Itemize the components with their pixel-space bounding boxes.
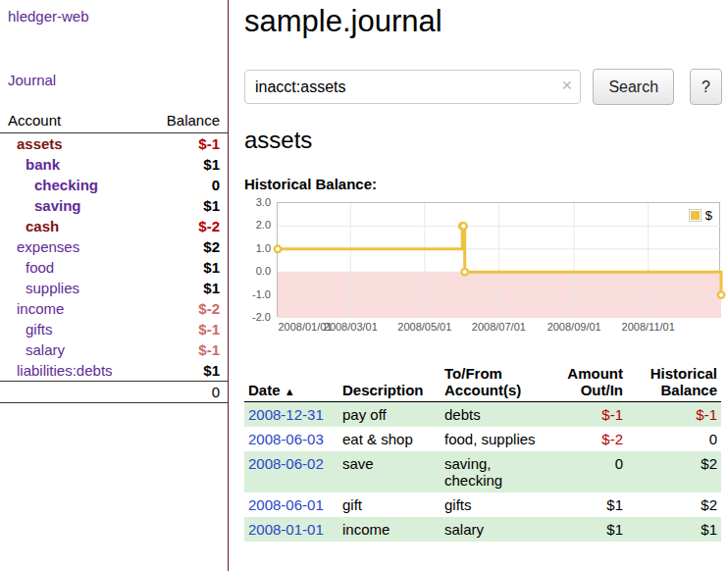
account-row: expenses $2: [0, 236, 228, 257]
transaction-accounts: gifts: [441, 493, 550, 517]
account-row: supplies $1: [0, 278, 228, 298]
account-balance: $1: [144, 154, 228, 175]
transaction-date-link[interactable]: 2008-12-31: [248, 406, 324, 423]
register-col-date[interactable]: Date ▲: [244, 363, 338, 402]
account-link[interactable]: bank: [0, 154, 144, 175]
transaction-date-link[interactable]: 2008-01-01: [248, 521, 324, 538]
accounts-total-spacer: [0, 382, 144, 403]
transaction-balance: 0: [627, 427, 721, 451]
transaction-description: income: [338, 517, 441, 542]
account-link[interactable]: checking: [0, 175, 144, 195]
account-row: bank $1: [0, 154, 228, 175]
sidebar: hledger-web Journal Account Balance asse…: [0, 0, 229, 571]
account-link[interactable]: supplies: [0, 278, 144, 298]
account-row: salary $-1: [0, 339, 228, 360]
transaction-amount: $-2: [550, 427, 627, 451]
register-col-accounts: To/From Account(s): [441, 363, 550, 402]
transaction-description: save: [338, 451, 441, 493]
y-tick-label: 1.0: [244, 242, 271, 254]
account-row: assets $-1: [0, 133, 228, 155]
search-box: ×: [244, 70, 581, 104]
account-link[interactable]: assets: [0, 133, 144, 155]
account-balance: $1: [144, 257, 228, 278]
account-row: gifts $-1: [0, 319, 228, 339]
account-row: checking 0: [0, 175, 228, 195]
account-link[interactable]: salary: [0, 339, 144, 360]
transaction-balance: $2: [627, 451, 721, 493]
transaction-date-link[interactable]: 2008-06-01: [248, 496, 324, 513]
y-axis-labels: 3.02.01.00.0-1.0-2.0: [244, 202, 271, 317]
register-col-description: Description: [338, 363, 441, 402]
x-tick-label: 2008/11/01: [617, 321, 680, 333]
plot-area[interactable]: $: [277, 202, 720, 317]
accounts-col-balance: Balance: [144, 110, 228, 133]
account-link[interactable]: liabilities:debts: [0, 360, 144, 382]
account-balance: $-1: [144, 133, 228, 155]
transaction-date-link[interactable]: 2008-06-03: [248, 431, 324, 447]
register-header-row: Date ▲ Description To/From Account(s) Am…: [244, 363, 721, 402]
y-tick-label: -2.0: [244, 311, 271, 323]
account-link[interactable]: income: [0, 298, 144, 319]
accounts-table: Account Balance assets $-1 bank $1 check…: [0, 110, 228, 403]
transaction-row: 2008-06-02 save saving, checking 0 $2: [244, 451, 721, 493]
transaction-date-cell: 2008-06-02: [244, 451, 338, 493]
account-link[interactable]: cash: [0, 216, 144, 236]
transaction-description: eat & shop: [338, 427, 441, 451]
transaction-description: gift: [338, 493, 441, 517]
account-balance: 0: [144, 175, 228, 195]
x-tick-label: 2008/03/01: [319, 321, 382, 333]
x-tick-label: 2008/05/01: [393, 321, 456, 333]
transaction-row: 2008-06-03 eat & shop food, supplies $-2…: [244, 427, 721, 451]
historical-balance-chart[interactable]: 3.02.01.00.0-1.0-2.0 $ 2008/01/012008/03…: [244, 202, 722, 339]
series-swatch-icon: [689, 209, 702, 222]
account-balance: $1: [144, 360, 228, 382]
transaction-balance: $2: [627, 493, 721, 517]
accounts-header-row: Account Balance: [0, 110, 228, 133]
transaction-accounts: food, supplies: [441, 427, 550, 451]
account-link[interactable]: food: [0, 257, 144, 278]
transaction-date-link[interactable]: 2008-06-02: [248, 455, 324, 472]
transaction-amount: $-1: [550, 402, 627, 428]
app-title-link[interactable]: hledger-web: [0, 8, 228, 25]
accounts-total-row: 0: [0, 382, 228, 403]
register-col-amount: Amount Out/In: [550, 363, 627, 402]
legend-label: $: [705, 208, 712, 223]
y-tick-label: 3.0: [244, 196, 271, 208]
account-balance: $-2: [144, 298, 228, 319]
account-balance: $2: [144, 236, 228, 257]
transaction-amount: $1: [550, 517, 627, 542]
transaction-amount: 0: [550, 451, 627, 493]
search-button[interactable]: Search: [593, 69, 674, 105]
journal-link[interactable]: Journal: [0, 72, 228, 88]
transaction-row: 2008-01-01 income salary $1 $1: [244, 517, 721, 542]
account-balance: $1: [144, 278, 228, 298]
account-link[interactable]: gifts: [0, 319, 144, 339]
clear-search-icon[interactable]: ×: [561, 75, 572, 96]
account-row: liabilities:debts $1: [0, 360, 228, 382]
search-row: × Search ?: [244, 69, 722, 105]
x-tick-label: 2008/09/01: [543, 321, 605, 333]
account-row: saving $1: [0, 195, 228, 216]
x-tick-label: 2008/07/01: [467, 321, 530, 333]
transaction-date-cell: 2008-12-31: [244, 402, 338, 428]
accounts-col-account: Account: [0, 110, 144, 133]
page-title: sample.journal: [244, 4, 722, 39]
main-content: sample.journal × Search ? assets Histori…: [229, 0, 728, 571]
transaction-date-cell: 2008-01-01: [244, 517, 338, 542]
search-input[interactable]: [244, 70, 581, 104]
sort-ascending-icon: ▲: [285, 386, 295, 397]
help-button[interactable]: ?: [690, 69, 722, 105]
account-balance: $-1: [144, 319, 228, 339]
account-heading: assets: [244, 127, 722, 154]
account-row: food $1: [0, 257, 228, 278]
account-link[interactable]: saving: [0, 195, 144, 216]
x-axis-labels: 2008/01/012008/03/012008/05/012008/07/01…: [278, 321, 721, 336]
chart-title: Historical Balance:: [244, 176, 722, 192]
transaction-date-cell: 2008-06-01: [244, 493, 338, 517]
transaction-amount: $1: [550, 493, 627, 517]
transaction-balance: $1: [627, 517, 721, 542]
accounts-total-value: 0: [144, 382, 228, 403]
account-link[interactable]: expenses: [0, 236, 144, 257]
account-balance: $-2: [144, 216, 228, 236]
transaction-accounts: saving, checking: [441, 451, 550, 493]
